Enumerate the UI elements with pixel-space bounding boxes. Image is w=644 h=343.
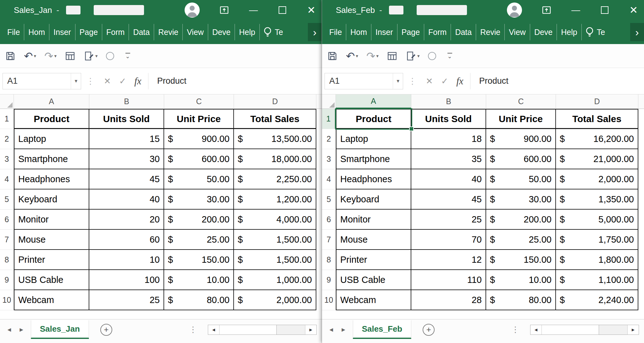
cell-product[interactable]: Webcam (336, 290, 411, 310)
undo-dropdown-icon[interactable]: ▾ (356, 53, 358, 59)
cell-unit-price[interactable]: $900.00 (164, 129, 234, 149)
search-box[interactable] (417, 5, 467, 15)
ribbon-tab[interactable]: View (505, 24, 530, 40)
ribbon-tab[interactable]: Form (102, 24, 129, 40)
row-number[interactable]: 10 (322, 290, 336, 310)
cancel-entry-icon[interactable]: ✕ (426, 76, 433, 86)
row-number[interactable]: 8 (0, 250, 14, 270)
cell-units[interactable]: 25 (411, 210, 486, 230)
ribbon-expand-chevron[interactable]: › (630, 23, 644, 41)
scrollbar-thumb[interactable] (542, 325, 599, 335)
row-number[interactable]: 9 (322, 270, 336, 290)
ribbon-tab[interactable]: Help (235, 24, 259, 40)
cell-total-sales[interactable]: $1,100.00 (556, 270, 638, 290)
cell-units[interactable]: 18 (411, 129, 486, 149)
scroll-left-icon[interactable]: ◄ (530, 325, 542, 335)
formula-bar-handle[interactable]: ⋮ (408, 76, 417, 86)
cell-product[interactable]: USB Cable (336, 270, 411, 290)
cell-total-sales[interactable]: $16,200.00 (556, 129, 638, 149)
cell-unit-price[interactable]: $30.00 (164, 189, 234, 210)
ribbon-display-options-icon[interactable] (541, 5, 552, 15)
horizontal-scrollbar[interactable]: ◄ ► (530, 325, 639, 335)
new-sheet-button[interactable]: + (100, 324, 112, 336)
row-number[interactable]: 10 (0, 290, 14, 310)
cell-b1[interactable]: Units Sold (411, 109, 486, 129)
cell-product[interactable]: Mouse (336, 230, 411, 250)
cell-product[interactable]: Headphones (336, 169, 411, 189)
cell-total-sales[interactable]: $2,000.00 (556, 169, 638, 189)
cell-units[interactable]: 70 (411, 230, 486, 250)
cell-unit-price[interactable]: $900.00 (486, 129, 556, 149)
column-header-c[interactable]: C (486, 94, 556, 109)
cell-total-sales[interactable]: $2,240.00 (556, 290, 638, 310)
cell-d1[interactable]: Total Sales (234, 109, 316, 129)
undo-button[interactable]: ↶▾ (24, 51, 36, 61)
ribbon-tab[interactable]: Revie (476, 24, 505, 40)
cell-total-sales[interactable]: $1,500.00 (234, 230, 316, 250)
form-dropdown-icon[interactable]: ▾ (417, 53, 420, 59)
cell-unit-price[interactable]: $30.00 (486, 189, 556, 210)
redo-button[interactable]: ↷▾ (44, 51, 57, 61)
cell-unit-price[interactable]: $150.00 (164, 250, 234, 270)
insert-function-icon[interactable]: fx (456, 76, 463, 87)
cell-unit-price[interactable]: $10.00 (486, 270, 556, 290)
cell-total-sales[interactable]: $21,000.00 (556, 149, 638, 169)
confirm-entry-icon[interactable]: ✓ (441, 76, 448, 86)
record-macro-button[interactable] (428, 52, 436, 60)
sheet-nav-right-icon[interactable]: ► (341, 326, 347, 333)
cell-a1[interactable]: Product (14, 109, 89, 129)
ribbon-tab[interactable]: Hom (24, 24, 49, 40)
save-button[interactable] (5, 51, 16, 61)
sheet-nav-right-icon[interactable]: ► (19, 326, 25, 333)
close-button[interactable]: ✕ (307, 5, 316, 15)
cell-units[interactable]: 40 (89, 189, 164, 210)
cell-unit-price[interactable]: $600.00 (164, 149, 234, 169)
borders-button[interactable] (387, 51, 397, 61)
cell-product[interactable]: Monitor (14, 210, 89, 230)
cell-c1[interactable]: Unit Price (164, 109, 234, 129)
column-header-b[interactable]: B (89, 94, 164, 109)
tell-me-label[interactable]: Te (275, 28, 283, 37)
sheet-tab-sales-jan[interactable]: Sales_Jan (31, 320, 89, 339)
cell-total-sales[interactable]: $13,500.00 (234, 129, 316, 149)
cell-d1[interactable]: Total Sales (556, 109, 638, 129)
cell-unit-price[interactable]: $200.00 (164, 210, 234, 230)
column-header-d[interactable]: D (556, 94, 638, 109)
name-box-dropdown-icon[interactable]: ▾ (71, 73, 81, 89)
cell-product[interactable]: Webcam (14, 290, 89, 310)
redo-button[interactable]: ↷▾ (366, 51, 379, 61)
save-button[interactable] (327, 51, 338, 61)
ribbon-tab[interactable]: Revie (154, 24, 183, 40)
cell-total-sales[interactable]: $1,350.00 (556, 189, 638, 210)
ribbon-tab[interactable]: Inser (49, 24, 75, 40)
cell-product[interactable]: Printer (14, 250, 89, 270)
sheet-empty-area[interactable] (0, 310, 322, 319)
sheet-empty-area[interactable] (322, 310, 644, 319)
cell-c1[interactable]: Unit Price (486, 109, 556, 129)
scroll-left-icon[interactable]: ◄ (208, 325, 219, 335)
ribbon-tab[interactable]: Deve (530, 24, 557, 40)
row-number[interactable]: 2 (0, 129, 14, 149)
name-box[interactable]: A1 ▾ (325, 73, 403, 89)
formula-bar-value[interactable]: Product (479, 76, 508, 86)
ribbon-tab[interactable]: Help (557, 24, 581, 40)
ribbon-tab[interactable]: Deve (208, 24, 235, 40)
new-sheet-button[interactable]: + (423, 324, 435, 336)
cell-units[interactable]: 35 (411, 149, 486, 169)
scrollbar-track[interactable] (277, 325, 305, 335)
ribbon-tab[interactable]: Inser (371, 24, 397, 40)
name-box-dropdown-icon[interactable]: ▾ (393, 73, 403, 89)
cell-a1[interactable]: Product (336, 109, 411, 129)
row-number[interactable]: 4 (322, 169, 336, 189)
ribbon-tab[interactable]: Page (397, 24, 424, 40)
ribbon-expand-chevron[interactable]: › (308, 23, 322, 41)
undo-button[interactable]: ↶▾ (346, 51, 358, 61)
select-all-corner[interactable] (0, 94, 14, 109)
cell-units[interactable]: 12 (411, 250, 486, 270)
titlebar-pill-small[interactable] (66, 6, 80, 14)
row-number[interactable]: 5 (322, 189, 336, 210)
maximize-button[interactable] (278, 6, 287, 14)
account-avatar[interactable] (185, 3, 200, 18)
cell-units[interactable]: 60 (89, 230, 164, 250)
cell-units[interactable]: 25 (89, 290, 164, 310)
